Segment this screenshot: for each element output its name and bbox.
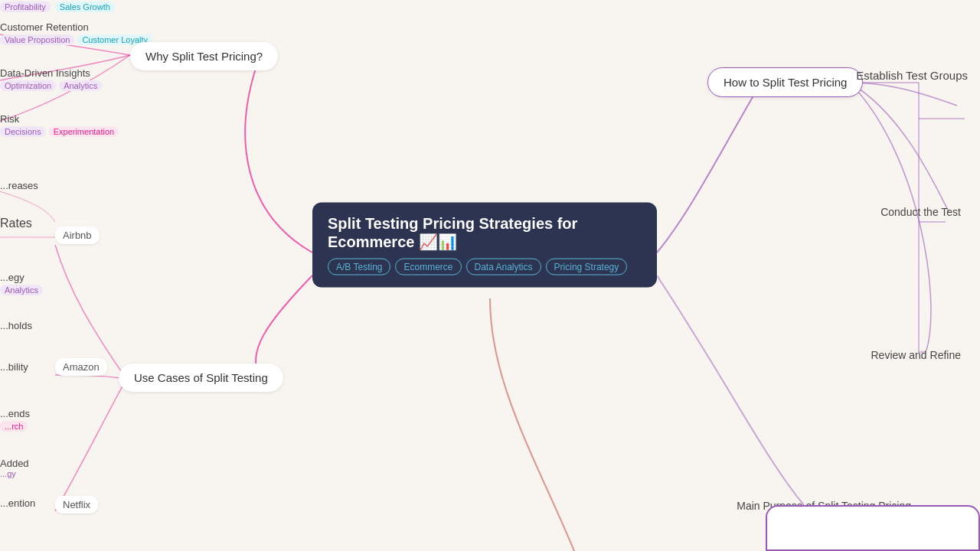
tag-experimentation: Experimentation <box>49 126 119 137</box>
tag-research: ...rch <box>0 421 28 432</box>
tag-ab-testing[interactable]: A/B Testing <box>328 259 390 276</box>
top-left-tags: Profitability Sales Growth <box>0 2 115 12</box>
mind-map-canvas: Profitability Sales Growth Customer Rete… <box>0 0 980 551</box>
tag-ecommerce[interactable]: Ecommerce <box>395 259 461 276</box>
node-airbnb[interactable]: Airbnb <box>55 228 100 242</box>
node-conduct[interactable]: Conduct the Test <box>880 205 961 219</box>
item-retention: ...ention <box>0 497 35 509</box>
tag-analytics-2: Analytics <box>0 285 43 295</box>
item-rates: Rates <box>0 217 32 230</box>
node-amazon[interactable]: Amazon <box>55 360 107 373</box>
tag-decisions: Decisions <box>0 126 46 137</box>
tag-data-analytics[interactable]: Data Analytics <box>466 259 541 276</box>
item-profitability: ...bility <box>0 361 28 373</box>
item-thresholds: ...holds <box>0 320 32 331</box>
node-why-split[interactable]: Why Split Test Pricing? <box>130 42 278 70</box>
item-data-driven: Data-Driven Insights Optimization Analyt… <box>0 67 102 91</box>
tag-analytics: Analytics <box>59 80 102 91</box>
item-risk: Risk Decisions Experimentation <box>0 113 119 137</box>
tag-value-prop: Value Proposition <box>0 34 74 45</box>
central-title: Split Testing Pricing Strategies for Eco… <box>328 215 642 251</box>
item-added: Added ...gy <box>0 458 29 478</box>
node-use-cases[interactable]: Use Cases of Split Testing <box>119 364 283 392</box>
tag-sales-growth: Sales Growth <box>55 2 115 12</box>
node-establish[interactable]: Establish Test Groups <box>844 61 980 90</box>
node-review[interactable]: Review and Refine <box>871 348 961 362</box>
central-tags: A/B Testing Ecommerce Data Analytics Pri… <box>328 259 642 276</box>
tag-optimization: Optimization <box>0 80 56 91</box>
node-how-split[interactable]: How to Split Test Pricing <box>707 67 863 97</box>
node-netflix[interactable]: Netflix <box>55 497 98 511</box>
item-strategy: ...egy Analytics <box>0 272 43 295</box>
node-central[interactable]: Split Testing Pricing Strategies for Eco… <box>312 203 657 288</box>
main-purpose-box <box>766 505 980 551</box>
item-trends: ...ends ...rch <box>0 408 30 432</box>
tag-profitability: Profitability <box>0 2 51 12</box>
tag-pricing-strategy[interactable]: Pricing Strategy <box>546 259 628 276</box>
item-increases: ...reases <box>0 180 38 191</box>
